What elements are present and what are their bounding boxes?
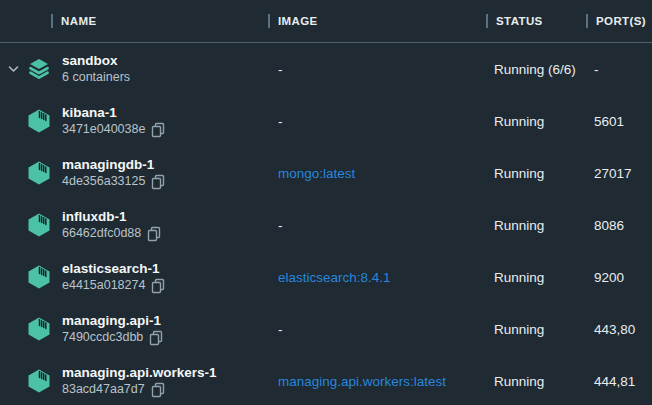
image-cell: -	[268, 62, 486, 77]
expand-toggle[interactable]	[0, 64, 26, 74]
column-header-status-label: STATUS	[496, 15, 543, 27]
column-header-image-label: IMAGE	[278, 15, 318, 27]
status-cell: Running	[486, 218, 586, 233]
container-id: 3471e040038e	[62, 121, 145, 138]
table-row-stack-sandbox[interactable]: sandbox 6 containers - Running (6/6) -	[0, 43, 652, 95]
container-icon	[26, 316, 52, 342]
ports-cell: 27017	[586, 166, 652, 181]
image-cell: -	[268, 114, 486, 129]
column-separator	[586, 14, 588, 28]
copy-icon[interactable]	[151, 122, 165, 138]
column-separator	[486, 14, 488, 28]
table-header: NAME IMAGE STATUS PORT(S)	[0, 0, 652, 43]
image-cell: -	[268, 218, 486, 233]
container-icon	[26, 368, 52, 394]
container-id: 66462dfc0d88	[62, 225, 141, 242]
ports-cell: 443,80	[586, 322, 652, 337]
containers-table: NAME IMAGE STATUS PORT(S) sandbox 6 cont…	[0, 0, 652, 405]
status-cell: Running	[486, 322, 586, 337]
table-row-container-kibana-1[interactable]: kibana-1 3471e040038e - Running 5601	[0, 95, 652, 147]
ports-cell: 8086	[586, 218, 652, 233]
copy-icon[interactable]	[151, 382, 165, 398]
image-link[interactable]: managing.api.workers:latest	[268, 374, 486, 389]
status-cell: Running	[486, 114, 586, 129]
compose-stack-icon	[26, 56, 52, 82]
container-name: managing.api-1	[62, 312, 163, 329]
container-name: managingdb-1	[62, 156, 165, 173]
container-icon	[26, 108, 52, 134]
ports-cell: 9200	[586, 270, 652, 285]
table-row-container-influxdb-1[interactable]: influxdb-1 66462dfc0d88 - Running 8086	[0, 199, 652, 251]
chevron-down-icon	[8, 64, 19, 74]
name-cell: managing.api-1 7490ccdc3dbb	[0, 303, 268, 355]
ports-cell: 5601	[586, 114, 652, 129]
container-icon	[26, 212, 52, 238]
status-cell: Running	[486, 166, 586, 181]
table-row-container-elasticsearch-1[interactable]: elasticsearch-1 e4415a018274 elasticsear…	[0, 251, 652, 303]
copy-icon[interactable]	[147, 226, 161, 242]
name-cell: elasticsearch-1 e4415a018274	[0, 251, 268, 303]
status-cell: Running	[486, 270, 586, 285]
name-cell: managingdb-1 4de356a33125	[0, 147, 268, 199]
ports-cell: 444,81	[586, 374, 652, 389]
ports-cell: -	[586, 62, 652, 77]
container-id: 7490ccdc3dbb	[62, 329, 143, 346]
container-id: e4415a018274	[62, 277, 145, 294]
table-row-container-managing-api-1[interactable]: managing.api-1 7490ccdc3dbb - Running 44…	[0, 303, 652, 355]
copy-icon[interactable]	[151, 278, 165, 294]
copy-icon[interactable]	[149, 330, 163, 346]
container-name: elasticsearch-1	[62, 260, 165, 277]
name-cell: kibana-1 3471e040038e	[0, 95, 268, 147]
column-header-status[interactable]: STATUS	[486, 14, 586, 28]
container-id: 4de356a33125	[62, 173, 145, 190]
status-cell: Running	[486, 374, 586, 389]
name-cell: managing.api.workers-1 83acd47aa7d7	[0, 355, 268, 405]
table-row-container-managing-api-workers-1[interactable]: managing.api.workers-1 83acd47aa7d7 mana…	[0, 355, 652, 405]
container-name: managing.api.workers-1	[62, 364, 217, 381]
column-header-ports-label: PORT(S)	[596, 15, 646, 27]
column-separator	[268, 14, 270, 28]
image-cell: -	[268, 322, 486, 337]
container-icon	[26, 160, 52, 186]
column-header-name[interactable]: NAME	[0, 14, 268, 28]
image-link[interactable]: elasticsearch:8.4.1	[268, 270, 486, 285]
stack-container-count: 6 containers	[62, 69, 130, 86]
stack-name: sandbox	[62, 52, 130, 69]
column-header-name-label: NAME	[61, 15, 96, 27]
container-id: 83acd47aa7d7	[62, 381, 145, 398]
table-row-container-managingdb-1[interactable]: managingdb-1 4de356a33125 mongo:latest R…	[0, 147, 652, 199]
container-icon	[26, 264, 52, 290]
column-header-ports[interactable]: PORT(S)	[586, 14, 652, 28]
column-header-image[interactable]: IMAGE	[268, 14, 486, 28]
container-name: kibana-1	[62, 104, 165, 121]
column-separator	[51, 14, 53, 28]
name-cell: influxdb-1 66462dfc0d88	[0, 199, 268, 251]
status-cell: Running (6/6)	[486, 62, 586, 77]
name-cell: sandbox 6 containers	[0, 43, 268, 95]
container-name: influxdb-1	[62, 208, 161, 225]
copy-icon[interactable]	[151, 174, 165, 190]
image-link[interactable]: mongo:latest	[268, 166, 486, 181]
